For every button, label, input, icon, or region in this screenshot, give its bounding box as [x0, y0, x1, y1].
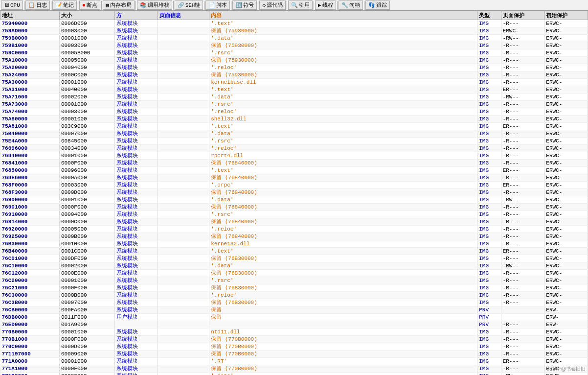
cell-initaccess: ERWC-	[544, 123, 588, 130]
cell-owner: 系统模块	[114, 94, 158, 101]
toolbar-label: 符号	[243, 1, 254, 9]
toolbar-btn-线程[interactable]: ▶线程	[315, 0, 336, 10]
table-row[interactable]: 7692000000005000系统模块'.reloc'IMG-R---ERWC…	[0, 226, 588, 233]
table-row[interactable]: 759AD00000003000系统模块保留 (75930000)IMGERWC…	[0, 27, 588, 35]
toolbar-btn-调用堆栈[interactable]: 📚调用堆栈	[137, 0, 172, 10]
toolbar-separator	[24, 1, 24, 10]
table-row[interactable]: 76DB00000011F000用户模块保留PRVERW-	[0, 314, 588, 321]
cell-size: 00002000	[59, 262, 114, 270]
table-row[interactable]: 770C00000000D000系统模块保留 (770B0000)IMG-R--…	[0, 343, 588, 351]
table-row[interactable]: 76C2000000001000系统模块'.rsrc'IMG-R---ERWC-	[0, 277, 588, 284]
col-section[interactable]: 页面信息	[158, 11, 209, 20]
table-row[interactable]: 76C01000000DF000系统模块保留 (76B30000)IMG-R--…	[0, 255, 588, 262]
table-row[interactable]: 75A7400000003000系统模块'.reloc'IMG-R---ERWC…	[0, 108, 588, 116]
table-row[interactable]: 768410000000F000系统模块保留 (76840000)IMG-R--…	[0, 160, 588, 167]
table-row[interactable]: 75A7300000001000系统模块'.rsrc'IMG-R---ERWC-	[0, 101, 588, 108]
table-row[interactable]: 771A10000000F000系统模块保留 (770B0000)IMG-R--…	[0, 365, 588, 373]
table-row[interactable]: 759C000000005B000系统模块'.rsrc'IMG-R---ERWC…	[0, 49, 588, 57]
toolbar: 🖥CPU📋日志📝笔记●断点▦内存布局📚调用堆栈🔗SEH链📄脚本🔣符号◇源代码🔍引…	[0, 0, 588, 11]
toolbar-icon: ●	[82, 2, 86, 9]
table-row[interactable]: 759B100000003000系统模块保留 (75930000)IMG-R--…	[0, 42, 588, 49]
table-row[interactable]: 75A7100000002000系统模块'.data'IMG-RW--ERWC-	[0, 94, 588, 101]
table-row[interactable]: 768F30000000D000系统模块保留 (76840000)IMG-R--…	[0, 189, 588, 196]
table-row[interactable]: 759400000006D000系统模块'.text'IMG-R---ERWC-	[0, 20, 588, 27]
table-row[interactable]: 75A3100000040000系统模块'.text'IMGER---ERWC-	[0, 86, 588, 94]
toolbar-btn-跟踪[interactable]: 👣跟踪	[365, 0, 390, 10]
table-row[interactable]: 76B3000000010000系统模块kerne132.dllIMG-R---…	[0, 240, 588, 248]
table-row[interactable]: 75A2000000004000系统模块'.reloc'IMG-R---ERWC…	[0, 64, 588, 71]
cell-type: IMG	[477, 226, 501, 233]
table-row[interactable]: 76C210000000F000系统模块保留 (76B30000)IMG-R--…	[0, 284, 588, 292]
table-row[interactable]: 759B000000001000系统模块'.data'IMG-RW--ERWC-	[0, 35, 588, 42]
cell-type: IMG	[477, 270, 501, 277]
table-row[interactable]: 75A81000003C9000系统模块'.text'IMGER---ERWC-	[0, 123, 588, 130]
table-row[interactable]: 769010000000F000系统模块保留 (76840000)IMG-R--…	[0, 204, 588, 211]
table-row[interactable]: 76C1000000002000系统模块'.data'IMG-RW--ERWC-	[0, 262, 588, 270]
cell-contains: '.text'	[209, 20, 477, 27]
toolbar-separator	[136, 1, 136, 10]
toolbar-btn-日志[interactable]: 📋日志	[25, 0, 50, 10]
cell-section	[158, 196, 209, 204]
table-row[interactable]: 75B4000000007000系统模块'.data'IMG-R---ERWC-	[0, 130, 588, 138]
table-row[interactable]: 76C300000000B000系统模块'.reloc'IMG-R---ERWC…	[0, 292, 588, 299]
table-row[interactable]: 7685000000096000系统模块'.text'IMGER---ERWC-	[0, 167, 588, 174]
table-row[interactable]: 769140000000C000系统模块保留 (76840000)IMG-R--…	[0, 218, 588, 226]
toolbar-btn-断点[interactable]: ●断点	[79, 0, 100, 10]
table-row[interactable]: 768E60000000A000系统模块保留 (76840000)IMG-R--…	[0, 174, 588, 182]
toolbar-btn-CPU[interactable]: 🖥CPU	[1, 0, 23, 10]
table-row[interactable]: 768F000000003000系统模块'.orpc'IMGER---ERWC-	[0, 182, 588, 189]
cell-size: 00005000	[59, 57, 114, 64]
col-type[interactable]: 类型	[477, 11, 501, 20]
table-row[interactable]: 75A3000000001000系统模块kernelbase.dllIMG-R-…	[0, 79, 588, 86]
table-row[interactable]: 770B000000001000系统模块ntd11.dllIMG-R---ERW…	[0, 328, 588, 336]
cell-owner: 系统模块	[114, 123, 158, 130]
table-row[interactable]: 75A8000000001000系统模块shell32.dllIMG-R---E…	[0, 116, 588, 123]
table-row[interactable]: 7669600000034000系统模块'.reloc'IMG-R---ERWC…	[0, 145, 588, 152]
table-row[interactable]: 76C3B00000007000系统模块保留 (76B30000)IMG-R--…	[0, 299, 588, 306]
table-row[interactable]: 76CB0000000FA000系统模块保留PRVERW-	[0, 306, 588, 314]
cell-owner: 系统模块	[114, 20, 158, 27]
table-row[interactable]: 75A240000000C000系统模块保留 (75930000)IMG-R--…	[0, 71, 588, 79]
table-row[interactable]: 77119700000009000系统模块保留 (770B0000)IMG-R-…	[0, 351, 588, 358]
col-access[interactable]: 页面保护	[501, 11, 544, 20]
cell-access: -R---	[501, 57, 544, 64]
table-row[interactable]: 771A000000001000系统模块'.RT'IMGER---ERWC-	[0, 358, 588, 365]
toolbar-btn-引用[interactable]: 🔍引用	[288, 0, 313, 10]
table-row[interactable]: 7684000000001000系统模块rpcrt4.dllIMG-R---ER…	[0, 152, 588, 160]
toolbar-btn-内存布局[interactable]: ▦内存布局	[103, 0, 135, 10]
table-row[interactable]: 75E4A00000845000系统模块'.rsrc'IMG-R---ERWC-	[0, 138, 588, 145]
col-owner[interactable]: 方	[114, 11, 158, 20]
toolbar-separator	[231, 1, 231, 10]
toolbar-btn-符号[interactable]: 🔣符号	[232, 0, 257, 10]
toolbar-btn-源代码[interactable]: ◇源代码	[259, 0, 286, 10]
toolbar-btn-笔记[interactable]: 📝笔记	[52, 0, 77, 10]
memory-table-container[interactable]: 地址 大小 方 页面信息 内容 类型 页面保护 初始保护 75940000000…	[0, 11, 588, 375]
cell-access: -R---	[501, 299, 544, 306]
col-initaccess[interactable]: 初始保护	[544, 11, 588, 20]
table-row[interactable]: 7690000000001000系统模块'.data'IMG-RW--ERWC-	[0, 196, 588, 204]
table-row[interactable]: 75A1000000005000系统模块保留 (75930000)IMG-R--…	[0, 57, 588, 64]
cell-owner: 系统模块	[114, 49, 158, 57]
table-row[interactable]: 76C120000000E000系统模块保留 (76B30000)IMG-R--…	[0, 270, 588, 277]
col-content[interactable]: 内容	[209, 11, 477, 20]
table-row[interactable]: 770B10000000F000系统模块保留 (770B0000)IMG-R--…	[0, 336, 588, 343]
table-row[interactable]: 769250000000B000系统模块保留 (76840000)IMG-R--…	[0, 233, 588, 240]
cell-owner: 系统模块	[114, 306, 158, 314]
toolbar-btn-SEH链[interactable]: 🔗SEH链	[175, 0, 204, 10]
cell-initaccess: ERWC-	[544, 292, 588, 299]
cell-section	[158, 160, 209, 167]
table-row[interactable]: 76B400000001C000系统模块'.text'IMGER---ERWC-	[0, 248, 588, 255]
toolbar-btn-脚本[interactable]: 📄脚本	[205, 0, 230, 10]
table-row[interactable]: 771B000000009000系统模块'.data'IMG-RW--ERWC-	[0, 373, 588, 375]
cell-initaccess: ERWC-	[544, 351, 588, 358]
cell-access: -R---	[501, 138, 544, 145]
toolbar-icon: 🔧	[341, 2, 348, 8]
col-addr[interactable]: 地址	[0, 11, 60, 20]
cell-addr: 75A30000	[0, 79, 60, 86]
table-row[interactable]: 7691000000004000系统模块'.rsrc'IMG-R---ERWC-	[0, 211, 588, 218]
table-row[interactable]: 76ED0000001A9000PRV-R---ERW-	[0, 321, 588, 328]
col-size[interactable]: 大小	[59, 11, 114, 20]
cell-addr: 76841000	[0, 160, 60, 167]
toolbar-btn-句柄[interactable]: 🔧句柄	[339, 0, 363, 10]
cell-type: IMG	[477, 255, 501, 262]
